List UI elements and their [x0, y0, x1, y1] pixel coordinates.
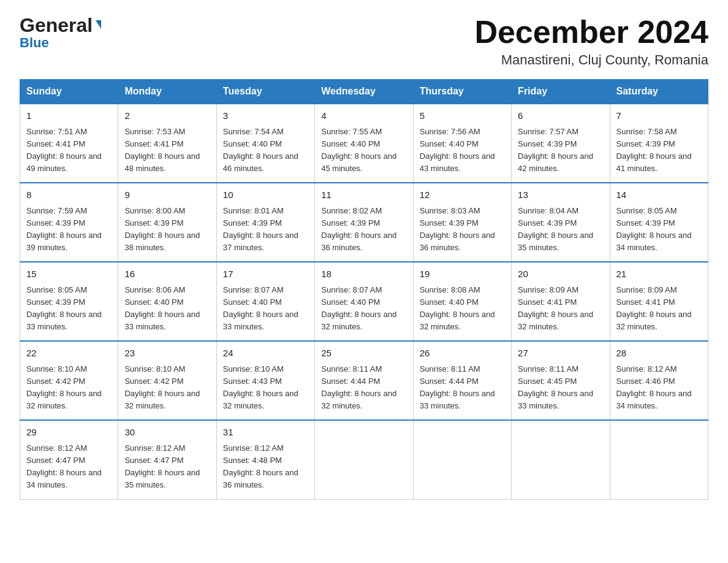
calendar-cell: 6Sunrise: 7:57 AMSunset: 4:39 PMDaylight…: [512, 104, 610, 183]
day-info: Sunrise: 7:57 AMSunset: 4:39 PMDaylight:…: [518, 126, 603, 175]
calendar-cell: 19Sunrise: 8:08 AMSunset: 4:40 PMDayligh…: [413, 262, 511, 341]
day-number: 14: [616, 188, 702, 202]
calendar-cell: 15Sunrise: 8:05 AMSunset: 4:39 PMDayligh…: [20, 262, 118, 341]
calendar-cell: 29Sunrise: 8:12 AMSunset: 4:47 PMDayligh…: [20, 420, 118, 499]
calendar-cell: 2Sunrise: 7:53 AMSunset: 4:41 PMDaylight…: [118, 104, 216, 183]
title-block: December 2024 Manastireni, Cluj County, …: [474, 15, 708, 68]
day-info: Sunrise: 8:12 AMSunset: 4:47 PMDaylight:…: [124, 442, 210, 492]
day-number: 3: [223, 109, 308, 123]
day-info: Sunrise: 8:04 AMSunset: 4:39 PMDaylight:…: [518, 205, 603, 255]
day-info: Sunrise: 7:55 AMSunset: 4:40 PMDaylight:…: [321, 126, 406, 175]
day-info: Sunrise: 7:56 AMSunset: 4:40 PMDaylight:…: [420, 126, 505, 175]
day-number: 17: [223, 267, 308, 282]
day-info: Sunrise: 8:02 AMSunset: 4:39 PMDaylight:…: [321, 205, 406, 255]
calendar-cell: 1Sunrise: 7:51 AMSunset: 4:41 PMDaylight…: [20, 104, 118, 183]
day-info: Sunrise: 8:01 AMSunset: 4:39 PMDaylight:…: [223, 205, 308, 255]
day-info: Sunrise: 8:12 AMSunset: 4:48 PMDaylight:…: [223, 442, 308, 492]
header-monday: Monday: [118, 80, 216, 104]
calendar-cell: 11Sunrise: 8:02 AMSunset: 4:39 PMDayligh…: [315, 183, 413, 262]
header-thursday: Thursday: [413, 80, 511, 104]
day-number: 15: [26, 267, 112, 282]
calendar-cell: 24Sunrise: 8:10 AMSunset: 4:43 PMDayligh…: [216, 341, 314, 420]
calendar-cell: 13Sunrise: 8:04 AMSunset: 4:39 PMDayligh…: [512, 183, 610, 262]
day-number: 19: [420, 267, 505, 282]
header-saturday: Saturday: [610, 80, 708, 104]
calendar-cell: [315, 420, 413, 499]
day-info: Sunrise: 8:12 AMSunset: 4:47 PMDaylight:…: [26, 442, 112, 492]
calendar-cell: 7Sunrise: 7:58 AMSunset: 4:39 PMDaylight…: [610, 104, 708, 183]
day-info: Sunrise: 8:07 AMSunset: 4:40 PMDaylight:…: [321, 284, 406, 334]
calendar-cell: 27Sunrise: 8:11 AMSunset: 4:45 PMDayligh…: [512, 341, 610, 420]
calendar-week-row: 22Sunrise: 8:10 AMSunset: 4:42 PMDayligh…: [20, 341, 708, 420]
day-info: Sunrise: 7:51 AMSunset: 4:41 PMDaylight:…: [26, 126, 112, 175]
day-info: Sunrise: 8:10 AMSunset: 4:43 PMDaylight:…: [223, 363, 308, 413]
calendar-cell: [413, 420, 511, 499]
day-info: Sunrise: 8:09 AMSunset: 4:41 PMDaylight:…: [616, 284, 702, 334]
day-number: 25: [321, 347, 406, 361]
day-info: Sunrise: 8:00 AMSunset: 4:39 PMDaylight:…: [124, 205, 210, 255]
calendar-cell: 16Sunrise: 8:06 AMSunset: 4:40 PMDayligh…: [118, 262, 216, 341]
calendar-cell: 9Sunrise: 8:00 AMSunset: 4:39 PMDaylight…: [118, 183, 216, 262]
calendar-cell: 21Sunrise: 8:09 AMSunset: 4:41 PMDayligh…: [610, 262, 708, 341]
calendar-week-row: 8Sunrise: 7:59 AMSunset: 4:39 PMDaylight…: [20, 183, 708, 262]
day-info: Sunrise: 8:08 AMSunset: 4:40 PMDaylight:…: [420, 284, 505, 334]
day-number: 30: [124, 426, 210, 440]
day-number: 20: [518, 267, 603, 282]
day-number: 22: [26, 347, 112, 361]
day-number: 4: [321, 109, 406, 123]
day-number: 16: [124, 267, 210, 282]
day-number: 21: [616, 267, 702, 282]
calendar-cell: 23Sunrise: 8:10 AMSunset: 4:42 PMDayligh…: [118, 341, 216, 420]
day-info: Sunrise: 8:11 AMSunset: 4:45 PMDaylight:…: [518, 363, 603, 413]
calendar-week-row: 1Sunrise: 7:51 AMSunset: 4:41 PMDaylight…: [20, 104, 708, 183]
calendar-cell: 17Sunrise: 8:07 AMSunset: 4:40 PMDayligh…: [216, 262, 314, 341]
day-info: Sunrise: 8:03 AMSunset: 4:39 PMDaylight:…: [420, 205, 505, 255]
day-info: Sunrise: 8:10 AMSunset: 4:42 PMDaylight:…: [124, 363, 210, 413]
calendar-cell: 31Sunrise: 8:12 AMSunset: 4:48 PMDayligh…: [216, 420, 314, 499]
day-number: 9: [124, 188, 210, 202]
day-info: Sunrise: 8:07 AMSunset: 4:40 PMDaylight:…: [223, 284, 308, 334]
day-number: 24: [223, 347, 308, 361]
logo-blue: Blue: [20, 35, 101, 50]
day-info: Sunrise: 7:54 AMSunset: 4:40 PMDaylight:…: [223, 126, 308, 175]
day-number: 26: [420, 347, 505, 361]
calendar-header-row: SundayMondayTuesdayWednesdayThursdayFrid…: [20, 80, 708, 104]
day-number: 7: [616, 109, 702, 123]
calendar-cell: 10Sunrise: 8:01 AMSunset: 4:39 PMDayligh…: [216, 183, 314, 262]
calendar-cell: 18Sunrise: 8:07 AMSunset: 4:40 PMDayligh…: [315, 262, 413, 341]
calendar-cell: 20Sunrise: 8:09 AMSunset: 4:41 PMDayligh…: [512, 262, 610, 341]
day-info: Sunrise: 8:05 AMSunset: 4:39 PMDaylight:…: [616, 205, 702, 255]
calendar-cell: 12Sunrise: 8:03 AMSunset: 4:39 PMDayligh…: [413, 183, 511, 262]
calendar-cell: 14Sunrise: 8:05 AMSunset: 4:39 PMDayligh…: [610, 183, 708, 262]
calendar-cell: 28Sunrise: 8:12 AMSunset: 4:46 PMDayligh…: [610, 341, 708, 420]
calendar-cell: 3Sunrise: 7:54 AMSunset: 4:40 PMDaylight…: [216, 104, 314, 183]
page-subtitle: Manastireni, Cluj County, Romania: [474, 52, 708, 68]
calendar-cell: 30Sunrise: 8:12 AMSunset: 4:47 PMDayligh…: [118, 420, 216, 499]
day-info: Sunrise: 7:58 AMSunset: 4:39 PMDaylight:…: [616, 126, 702, 175]
day-number: 31: [223, 426, 308, 440]
day-number: 18: [321, 267, 406, 282]
page-title: December 2024: [474, 15, 708, 50]
header-sunday: Sunday: [20, 80, 118, 104]
day-info: Sunrise: 8:09 AMSunset: 4:41 PMDaylight:…: [518, 284, 603, 334]
header-wednesday: Wednesday: [315, 80, 413, 104]
day-number: 13: [518, 188, 603, 202]
calendar-cell: 25Sunrise: 8:11 AMSunset: 4:44 PMDayligh…: [315, 341, 413, 420]
day-number: 11: [321, 188, 406, 202]
day-info: Sunrise: 8:05 AMSunset: 4:39 PMDaylight:…: [26, 284, 112, 334]
logo: General Blue: [20, 15, 101, 50]
day-info: Sunrise: 7:53 AMSunset: 4:41 PMDaylight:…: [124, 126, 210, 175]
calendar-cell: 5Sunrise: 7:56 AMSunset: 4:40 PMDaylight…: [413, 104, 511, 183]
day-info: Sunrise: 8:10 AMSunset: 4:42 PMDaylight:…: [26, 363, 112, 413]
day-number: 28: [616, 347, 702, 361]
header-friday: Friday: [512, 80, 610, 104]
calendar-cell: 22Sunrise: 8:10 AMSunset: 4:42 PMDayligh…: [20, 341, 118, 420]
calendar-week-row: 29Sunrise: 8:12 AMSunset: 4:47 PMDayligh…: [20, 420, 708, 499]
day-number: 1: [26, 109, 112, 123]
day-info: Sunrise: 8:12 AMSunset: 4:46 PMDaylight:…: [616, 363, 702, 413]
page-header: General Blue December 2024 Manastireni, …: [20, 15, 708, 68]
calendar-cell: 8Sunrise: 7:59 AMSunset: 4:39 PMDaylight…: [20, 183, 118, 262]
logo-general: General: [20, 15, 101, 36]
day-number: 27: [518, 347, 603, 361]
day-number: 10: [223, 188, 308, 202]
